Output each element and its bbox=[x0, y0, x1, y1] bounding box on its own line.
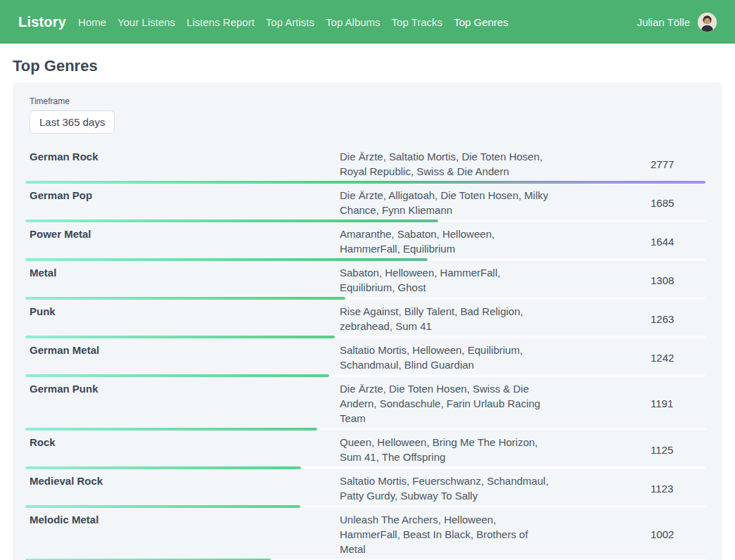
genre-artists: Saltatio Mortis, Helloween, Equilibrium,… bbox=[340, 343, 552, 372]
user-avatar[interactable] bbox=[698, 13, 717, 32]
genre-artists: Unleash The Archers, Helloween, HammerFa… bbox=[340, 512, 552, 556]
genre-list: German Rock Die Ärzte, Saltatio Mortis, … bbox=[30, 145, 705, 560]
nav-item-home[interactable]: Home bbox=[78, 16, 106, 28]
nav-item-top-tracks[interactable]: Top Tracks bbox=[392, 16, 443, 28]
user-avatar-photo bbox=[698, 13, 717, 32]
timeframe-label: Timeframe bbox=[30, 96, 705, 106]
genre-name: Melodic Metal bbox=[30, 512, 340, 527]
genre-listen-count: 1002 bbox=[651, 528, 705, 540]
app-header: Listory HomeYour ListensListens ReportTo… bbox=[0, 0, 735, 44]
genre-artists: Rise Against, Billy Talent, Bad Religion… bbox=[340, 304, 552, 333]
genre-row: German Pop Die Ärzte, Alligatoah, Die To… bbox=[30, 184, 705, 222]
genre-listen-count: 1644 bbox=[651, 236, 705, 248]
user-area: Julian Tölle bbox=[637, 13, 717, 32]
genre-artists: Sabaton, Helloween, HammerFall, Equilibr… bbox=[340, 265, 552, 295]
genre-row: German Metal Saltatio Mortis, Helloween,… bbox=[30, 338, 705, 377]
genre-listen-count: 1123 bbox=[651, 483, 705, 495]
page-title: Top Genres bbox=[13, 57, 722, 75]
genre-listen-count: 1191 bbox=[651, 397, 705, 409]
genre-artists: Saltatio Mortis, Feuerschwanz, Schandmau… bbox=[340, 473, 552, 503]
genre-name: Punk bbox=[30, 304, 340, 319]
genre-row: Medieval Rock Saltatio Mortis, Feuerschw… bbox=[30, 469, 705, 508]
genre-name: German Metal bbox=[30, 343, 340, 357]
genre-artists: Queen, Helloween, Bring Me The Horizon, … bbox=[340, 435, 552, 464]
app-brand[interactable]: Listory bbox=[18, 14, 66, 30]
genre-name: Rock bbox=[30, 435, 340, 450]
genre-name: Power Metal bbox=[30, 227, 340, 241]
genre-row: Metal Sabaton, Helloween, HammerFall, Eq… bbox=[30, 261, 705, 300]
top-genres-card: Timeframe Last 365 days German Rock Die … bbox=[13, 82, 722, 560]
genre-name: Medieval Rock bbox=[30, 473, 340, 488]
nav-item-top-artists[interactable]: Top Artists bbox=[266, 16, 314, 28]
main-nav: HomeYour ListensListens ReportTop Artist… bbox=[78, 16, 509, 28]
genre-listen-count: 1263 bbox=[651, 313, 705, 325]
user-name[interactable]: Julian Tölle bbox=[637, 16, 690, 28]
timeframe-select[interactable]: Last 365 days bbox=[30, 110, 115, 134]
nav-item-listens-report[interactable]: Listens Report bbox=[186, 16, 255, 28]
genre-artists: Amaranthe, Sabaton, Helloween, HammerFal… bbox=[340, 227, 552, 256]
genre-row: Punk Rise Against, Billy Talent, Bad Rel… bbox=[30, 300, 705, 338]
genre-name: German Punk bbox=[30, 381, 340, 396]
genre-name: Metal bbox=[30, 265, 340, 280]
genre-listen-count: 1242 bbox=[651, 352, 705, 364]
nav-item-top-albums[interactable]: Top Albums bbox=[326, 16, 381, 28]
genre-row: German Punk Die Ärzte, Die Toten Hosen, … bbox=[30, 377, 705, 431]
genre-name: German Rock bbox=[30, 149, 340, 164]
genre-row: Melodic Metal Unleash The Archers, Hello… bbox=[30, 508, 705, 560]
nav-item-top-genres[interactable]: Top Genres bbox=[454, 16, 509, 28]
genre-row: Power Metal Amaranthe, Sabaton, Hellowee… bbox=[30, 222, 705, 261]
top-genres-page: Top Genres Timeframe Last 365 days Germa… bbox=[0, 57, 735, 560]
genre-row: Rock Queen, Helloween, Bring Me The Hori… bbox=[30, 431, 705, 469]
genre-name: German Pop bbox=[30, 188, 340, 203]
genre-listen-count: 1685 bbox=[651, 197, 705, 209]
genre-artists: Die Ärzte, Alligatoah, Die Toten Hosen, … bbox=[340, 188, 552, 217]
genre-listen-count: 1125 bbox=[651, 444, 705, 456]
genre-listen-count: 2777 bbox=[651, 158, 705, 170]
nav-item-your-listens[interactable]: Your Listens bbox=[117, 16, 175, 28]
genre-artists: Die Ärzte, Die Toten Hosen, Swiss & Die … bbox=[340, 381, 552, 426]
genre-row: German Rock Die Ärzte, Saltatio Mortis, … bbox=[30, 145, 705, 184]
genre-listen-count: 1308 bbox=[651, 274, 705, 286]
genre-artists: Die Ärzte, Saltatio Mortis, Die Toten Ho… bbox=[340, 149, 552, 179]
